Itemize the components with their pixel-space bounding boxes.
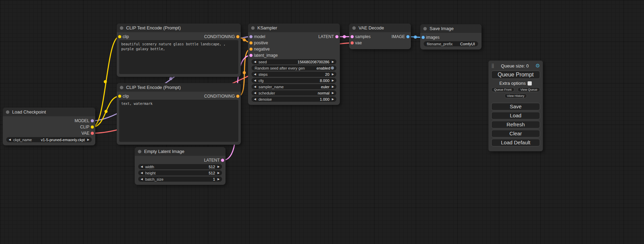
latent-output-slot[interactable]	[335, 35, 338, 38]
node-vae-decode[interactable]: VAE Decode samples IMAGE vae	[349, 24, 411, 49]
prev-arrow-icon[interactable]: ◀	[9, 138, 11, 141]
collapse-dot-icon[interactable]	[352, 26, 356, 30]
prev-arrow-icon[interactable]: ◀	[141, 165, 143, 168]
latent-image-input-slot[interactable]	[249, 54, 253, 57]
prev-arrow-icon[interactable]: ◀	[254, 73, 256, 76]
collapse-dot-icon[interactable]	[138, 150, 141, 153]
queue-size-label: Queue size: 0	[501, 63, 529, 69]
prev-arrow-icon[interactable]: ◀	[254, 98, 256, 101]
drag-handle-icon[interactable]: ⣿	[491, 63, 494, 68]
random-seed-toggle-widget[interactable]: Random seed after every gen enabled	[252, 65, 336, 71]
vae-input-slot[interactable]	[351, 42, 354, 45]
next-arrow-icon[interactable]: ▶	[332, 92, 334, 94]
collapse-dot-icon[interactable]	[6, 110, 9, 114]
cfg-widget[interactable]: ◀ cfg 8.000 ▶	[252, 78, 336, 83]
slot-row: negative	[248, 46, 340, 52]
load-default-button[interactable]: Load Default	[491, 139, 540, 146]
prev-arrow-icon[interactable]: ◀	[141, 172, 143, 174]
conditioning-output-slot[interactable]	[236, 95, 239, 98]
model-output-slot[interactable]	[91, 119, 94, 123]
node-title-bar[interactable]: Load Checkpoint	[3, 108, 95, 116]
positive-input-slot[interactable]	[249, 42, 253, 45]
node-title: CLIP Text Encode (Prompt)	[126, 85, 181, 90]
next-arrow-icon[interactable]: ▶	[218, 178, 220, 181]
image-output-slot[interactable]	[406, 35, 409, 38]
output-slot-row: VAE	[3, 130, 95, 136]
clip-output-slot[interactable]	[91, 126, 94, 129]
slot-row: clip CONDITIONING	[117, 34, 241, 40]
collapse-dot-icon[interactable]	[423, 27, 427, 30]
vae-input-label: vae	[355, 40, 362, 45]
steps-widget[interactable]: ◀ steps 20 ▶	[252, 72, 336, 77]
negative-input-slot[interactable]	[249, 48, 253, 51]
settings-gear-icon[interactable]: ⚙	[536, 63, 540, 69]
queue-front-button[interactable]: Queue Front	[491, 87, 514, 92]
node-empty-latent-image[interactable]: Empty Latent Image LATENT ◀ width 512 ▶ …	[135, 147, 226, 185]
save-button[interactable]: Save	[491, 103, 540, 110]
load-button[interactable]: Load	[491, 112, 540, 119]
prev-arrow-icon[interactable]: ◀	[254, 79, 256, 82]
view-history-button[interactable]: View History	[504, 93, 527, 98]
widget-value: 156680208700286	[298, 60, 329, 64]
seed-widget[interactable]: ◀ seed 156680208700286 ▶	[252, 59, 336, 64]
wire-midpoint-dot	[243, 71, 246, 74]
denoise-widget[interactable]: ◀ denoise 1.000 ▶	[252, 97, 336, 102]
next-arrow-icon[interactable]: ▶	[332, 79, 334, 82]
node-title-bar[interactable]: Save Image	[420, 24, 482, 33]
next-arrow-icon[interactable]: ▶	[332, 61, 334, 63]
width-widget[interactable]: ◀ width 512 ▶	[138, 164, 222, 169]
view-queue-button[interactable]: View Queue	[518, 87, 540, 92]
collapse-dot-icon[interactable]	[120, 26, 123, 30]
clip-input-slot[interactable]	[118, 95, 121, 98]
collapse-dot-icon[interactable]	[251, 26, 255, 30]
positive-prompt-textarea[interactable]: beautiful scenery nature glass bottle la…	[119, 40, 238, 74]
prev-arrow-icon[interactable]: ◀	[141, 178, 143, 181]
samples-input-label: samples	[355, 34, 371, 39]
clear-button[interactable]: Clear	[491, 130, 540, 137]
widget-value: enabled	[317, 66, 330, 70]
node-title-bar[interactable]: CLIP Text Encode (Prompt)	[117, 83, 241, 92]
images-input-slot[interactable]	[422, 36, 425, 39]
node-graph-canvas[interactable]: Load Checkpoint MODEL CLIP VAE ◀ ckpt_na…	[0, 0, 644, 244]
node-title-bar[interactable]: VAE Decode	[349, 24, 411, 32]
sampler-name-widget[interactable]: ◀ sampler_name euler ▶	[252, 84, 336, 89]
scheduler-widget[interactable]: ◀ scheduler normal ▶	[252, 90, 336, 96]
next-arrow-icon[interactable]: ▶	[332, 85, 334, 88]
vae-output-slot[interactable]	[91, 132, 94, 135]
node-clip-text-encode-negative[interactable]: CLIP Text Encode (Prompt) clip CONDITION…	[117, 83, 241, 145]
queue-prompt-button[interactable]: Queue Prompt	[491, 71, 540, 79]
refresh-button[interactable]: Refresh	[491, 121, 540, 128]
batch-size-widget[interactable]: ◀ batch_size 1 ▶	[138, 177, 222, 182]
prev-arrow-icon[interactable]: ◀	[254, 85, 256, 88]
next-arrow-icon[interactable]: ▶	[332, 73, 334, 76]
negative-prompt-textarea[interactable]: text, watermark	[119, 100, 238, 142]
node-ksampler[interactable]: KSampler model LATENT positive negative …	[248, 24, 340, 105]
widget-value: 1.000	[320, 97, 329, 101]
node-title-bar[interactable]: CLIP Text Encode (Prompt)	[117, 24, 241, 32]
next-arrow-icon[interactable]: ▶	[218, 172, 220, 174]
node-title-bar[interactable]: Empty Latent Image	[135, 147, 226, 156]
node-load-checkpoint[interactable]: Load Checkpoint MODEL CLIP VAE ◀ ckpt_na…	[3, 108, 95, 145]
height-widget[interactable]: ◀ height 512 ▶	[138, 170, 222, 175]
latent-output-slot[interactable]	[221, 159, 224, 162]
prev-arrow-icon[interactable]: ◀	[254, 61, 256, 63]
toggle-dot-icon[interactable]	[331, 66, 334, 70]
extra-options-checkbox[interactable]	[528, 81, 532, 85]
node-save-image[interactable]: Save Image images filename_prefix ComfyU…	[420, 24, 482, 49]
next-arrow-icon[interactable]: ▶	[87, 138, 89, 141]
model-input-slot[interactable]	[249, 35, 253, 38]
samples-input-slot[interactable]	[351, 35, 354, 38]
clip-input-slot[interactable]	[118, 35, 121, 38]
ckpt-name-widget[interactable]: ◀ ckpt_name v1-5-pruned-emaonly.ckpt ▶	[6, 137, 92, 142]
next-arrow-icon[interactable]: ▶	[218, 165, 220, 168]
filename-prefix-widget[interactable]: filename_prefix ComfyUI	[424, 41, 478, 46]
prev-arrow-icon[interactable]: ◀	[254, 92, 256, 94]
node-title-bar[interactable]: KSampler	[248, 24, 340, 32]
widget-value: ComfyUI	[460, 42, 475, 46]
collapse-dot-icon[interactable]	[120, 86, 123, 89]
conditioning-output-slot[interactable]	[236, 35, 239, 38]
node-clip-text-encode-positive[interactable]: CLIP Text Encode (Prompt) clip CONDITION…	[117, 24, 241, 77]
conditioning-output-label: CONDITIONING	[204, 34, 235, 39]
widget-value: 8.000	[320, 79, 329, 83]
next-arrow-icon[interactable]: ▶	[332, 98, 334, 101]
